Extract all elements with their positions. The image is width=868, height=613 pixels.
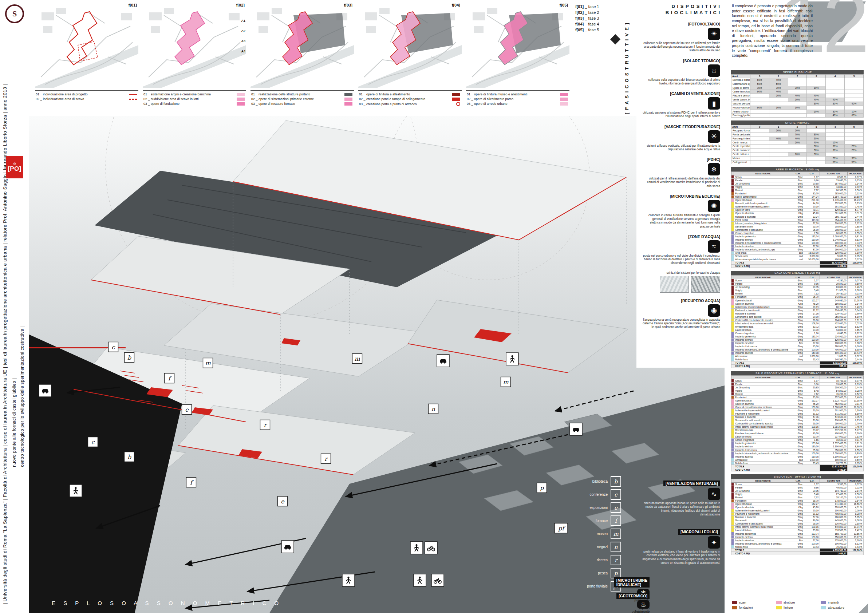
square-chip <box>452 93 460 96</box>
cell-descrizione: Pavimenti e rivestimenti <box>734 309 792 312</box>
cell-um: €/mq <box>792 205 804 208</box>
category-legend-item: impianti <box>821 601 863 604</box>
cell-um: €/mq <box>792 522 804 525</box>
row-value: 50% <box>807 144 826 149</box>
table-row: Impianto elettrico€/mq130,001.300.000,00… <box>732 445 863 448</box>
table-row: Sistemazione quota piano di lavoro50%50% <box>732 82 863 86</box>
cell-cu: 81,12 <box>804 309 820 312</box>
cell-descrizione: Jet Grounding <box>734 489 792 492</box>
cell-um: €/mq <box>792 208 804 212</box>
cell-descrizione: Paratie <box>734 486 792 489</box>
cell-descrizione: Murature e tramezzi <box>734 312 792 315</box>
cell-cu: 133,74 <box>804 335 820 338</box>
row-value: 30% <box>826 144 845 149</box>
cell-cu: 1,07 <box>804 279 820 282</box>
bioclimatic-title-line2: B I O C L I M A T I C I <box>642 10 720 16</box>
legend-item: 02 _ individuazione area di scavo <box>36 97 137 101</box>
row-value: 50% <box>769 129 788 133</box>
cell-costo: 8.560,00 <box>820 175 848 179</box>
cell-cu: 20,19 <box>804 205 820 208</box>
row-label: Verde (parco, bosco, giardini) <box>732 98 750 102</box>
cell-um: €/mq <box>792 455 804 458</box>
cell-um: €/mc <box>792 175 804 179</box>
cell-costo: 260.000,00 <box>820 422 848 425</box>
cell-costo: 1.081.600,00 <box>820 425 848 429</box>
row-value <box>826 94 845 98</box>
cell-descrizione: Canne e fognature <box>734 438 792 441</box>
circle-chip <box>456 102 460 106</box>
cell-descrizione: TOTALE <box>734 261 792 264</box>
letter-marker-n: n <box>429 404 439 414</box>
category-chip <box>732 198 734 202</box>
category-chip <box>732 218 734 222</box>
row-label: Vasche, percorsi d'acqua <box>732 102 750 105</box>
column-header: C.U. <box>804 479 820 483</box>
category-chip <box>732 512 734 515</box>
category-chip <box>732 319 734 322</box>
table-row: Volgrip€/mc5,4843.840,000,40 % <box>732 185 863 189</box>
table-row: Impianto acustico€/mq150,081.500.800,001… <box>732 455 863 458</box>
sector-label: A4 <box>241 50 245 53</box>
table-row: Impianto elevatore€/m27,00108.000,001,88… <box>732 341 863 345</box>
category-color-chip <box>776 601 782 604</box>
row-value: 70% <box>788 153 807 156</box>
bioclimatic-column: D I S P O S I T I V I B I O C L I M A T … <box>636 0 725 613</box>
cell-cu: 89,00 <box>804 519 820 522</box>
cell-um: €/mq <box>792 449 804 452</box>
bioclimatic-section-text: collocato sulla copertura del blocco esp… <box>642 78 720 86</box>
table-row: Serramenti interni€/mq25,70205.600,001,8… <box>732 225 863 228</box>
function-letter-box: n <box>611 542 621 552</box>
cell-costo: 99.600,00 <box>820 382 848 386</box>
works-schedule: OPERE PUBBLICHEAnni012345Bonifica e sist… <box>731 70 863 118</box>
bioclimatic-section-text: collocate in canali ausiliari affiancati… <box>642 214 720 229</box>
cell-descrizione: COSTO A MQ <box>734 364 792 368</box>
phase-code: f[04] <box>575 22 584 26</box>
cell-costo: 6.640,00 <box>820 331 848 335</box>
cell-costo: 39.840,00 <box>820 282 848 285</box>
table-row: Controsoffitti con isolamento acustico€/… <box>732 319 863 322</box>
cell-descrizione: Aree prova <box>734 251 792 254</box>
cell-incidenza: 2,46 % <box>848 396 863 399</box>
category-chip <box>732 205 734 208</box>
cell-um <box>792 549 804 552</box>
cell-descrizione: Pavimenti e rivestimenti <box>734 412 792 415</box>
function-legend: bibliotecabconferenzecesposizioniefornac… <box>539 476 621 591</box>
cell-incidenza: 0,65 % <box>848 461 863 465</box>
cell-cu: 45,20 <box>804 506 820 509</box>
row-value <box>826 82 845 86</box>
row-value <box>826 153 845 156</box>
category-legend-item: fondazioni <box>732 606 774 609</box>
cell-descrizione: Controsoffitti e setti acustici <box>734 522 792 525</box>
cell-cu: 7,62 <box>804 189 820 192</box>
cell-costo: 1.337.400,00 <box>820 441 848 445</box>
cell-descrizione: Lavori di finitura <box>734 328 792 331</box>
cell-costo: 4.899.500,00 <box>820 549 848 552</box>
row-value <box>845 141 863 144</box>
cell-incidenza: 8,28 % <box>848 512 863 515</box>
cell-um: €/mc <box>792 392 804 396</box>
cell-costo: 1.040.000,00 <box>820 238 848 241</box>
cell-incidenza: 6,95 % <box>848 348 863 351</box>
cell-cu: 1.000,00 <box>804 354 820 358</box>
category-chip <box>732 182 734 185</box>
row-value <box>826 129 845 133</box>
phase-map-drawing <box>251 2 354 88</box>
category-chip <box>732 241 734 245</box>
table-row: Fondazioni€/mq35,70285.600,002,62 % <box>732 192 863 195</box>
row-value <box>750 136 769 141</box>
cell-costo: 100.950,00 <box>820 509 848 512</box>
cell-incidenza: 1,40 % <box>848 305 863 309</box>
cell-cu: 1,66 <box>804 331 820 335</box>
total-row: TOTALE11.414.600,00100,00 % <box>732 261 863 264</box>
legend-text: 01 _ individuazione area di progetto <box>36 93 127 96</box>
cell-descrizione: Rinterri <box>734 496 792 499</box>
svg-text:c: c <box>91 439 95 446</box>
table-row: Impianto idrosanitario, antincendio, gas… <box>732 248 863 251</box>
cell-costo: 955,20 <box>820 364 848 368</box>
cell-um: €/mq <box>792 399 804 402</box>
cell-descrizione: Impianto idrosanitario, antincendio, gas <box>734 248 792 251</box>
phase-index-item: f[05] _ fase 5 <box>575 28 621 32</box>
cell-descrizione: Impianto elettrico <box>734 338 792 341</box>
table-row: Centri espositivi50%30%20% <box>732 144 863 149</box>
cell-descrizione: Paratie <box>734 282 792 285</box>
